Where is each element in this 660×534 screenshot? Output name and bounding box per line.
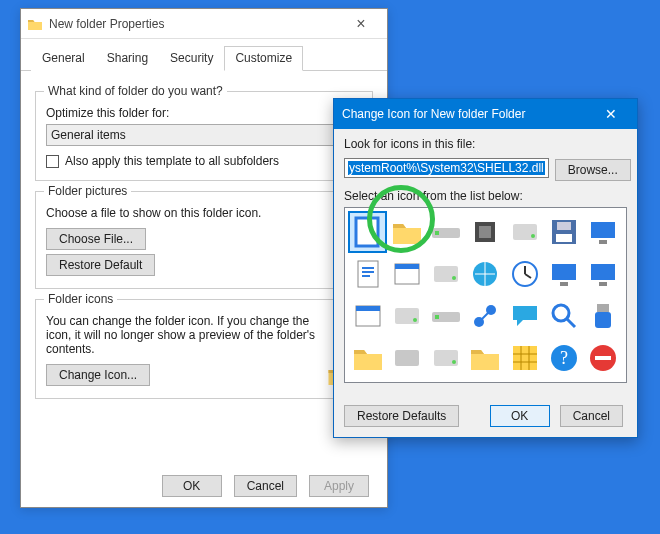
close-button[interactable]: ✕ bbox=[593, 106, 629, 122]
icon-path-input[interactable]: ystemRoot%\System32\SHELL32.dll bbox=[344, 158, 549, 178]
tab-sharing[interactable]: Sharing bbox=[96, 46, 159, 71]
change-icon-button[interactable]: Change Icon... bbox=[46, 364, 150, 386]
folder-icon[interactable] bbox=[387, 211, 426, 253]
folder-icon bbox=[27, 16, 43, 32]
group-folder-pictures: Folder pictures Choose a file to show on… bbox=[35, 191, 373, 289]
tab-customize[interactable]: Customize bbox=[224, 46, 303, 71]
change-icon-dialog: Change Icon for New folder Folder ✕ Look… bbox=[333, 98, 638, 438]
folder-open-icon[interactable] bbox=[466, 337, 505, 379]
network-globe-icon[interactable] bbox=[466, 295, 505, 337]
folder-small-icon[interactable] bbox=[348, 337, 387, 379]
ok-button[interactable]: OK bbox=[490, 405, 550, 427]
chat-icon[interactable] bbox=[505, 295, 544, 337]
properties-titlebar[interactable]: New folder Properties × bbox=[21, 9, 387, 39]
group-folder-icons: Folder icons You can change the folder i… bbox=[35, 299, 373, 399]
window-title: New folder Properties bbox=[49, 17, 341, 31]
tab-strip: General Sharing Security Customize bbox=[21, 39, 387, 71]
icons-text: You can change the folder icon. If you c… bbox=[46, 314, 362, 356]
dropdown-value: General items bbox=[51, 128, 126, 142]
group-label: Folder icons bbox=[44, 292, 117, 306]
monitor-blue-icon[interactable] bbox=[544, 253, 583, 295]
choose-file-button[interactable]: Choose File... bbox=[46, 228, 146, 250]
icon-path-value: ystemRoot%\System32\SHELL32.dll bbox=[348, 161, 545, 175]
grid-icon[interactable] bbox=[505, 337, 544, 379]
drive-silver-icon[interactable] bbox=[427, 295, 466, 337]
window-blank-icon[interactable] bbox=[348, 295, 387, 337]
select-label: Select an icon from the list below: bbox=[344, 189, 627, 203]
optimize-label: Optimize this folder for: bbox=[46, 106, 362, 120]
dialog-titlebar[interactable]: Change Icon for New folder Folder ✕ bbox=[334, 99, 637, 129]
group-folder-kind: What kind of folder do you want? Optimiz… bbox=[35, 91, 373, 181]
optimize-dropdown[interactable]: General items ▾ bbox=[46, 124, 362, 146]
search-icon[interactable] bbox=[544, 295, 583, 337]
network-pc-icon[interactable] bbox=[584, 211, 623, 253]
drive-gold-icon[interactable] bbox=[505, 211, 544, 253]
dialog-title: Change Icon for New folder Folder bbox=[342, 107, 593, 121]
scanner-icon[interactable] bbox=[387, 337, 426, 379]
floppy-icon[interactable] bbox=[544, 211, 583, 253]
tab-general[interactable]: General bbox=[31, 46, 96, 71]
chip-icon[interactable] bbox=[466, 211, 505, 253]
subfolders-checkbox[interactable] bbox=[46, 155, 59, 168]
browse-button[interactable]: Browse... bbox=[555, 159, 631, 181]
cancel-button[interactable]: Cancel bbox=[560, 405, 623, 427]
blank-doc-icon[interactable] bbox=[348, 211, 387, 253]
clock-icon[interactable] bbox=[505, 253, 544, 295]
drive-net-icon[interactable] bbox=[427, 337, 466, 379]
icon-list[interactable] bbox=[344, 207, 627, 383]
cancel-button[interactable]: Cancel bbox=[234, 475, 297, 497]
text-doc-icon[interactable] bbox=[348, 253, 387, 295]
globe-icon[interactable] bbox=[466, 253, 505, 295]
apply-button[interactable]: Apply bbox=[309, 475, 369, 497]
display-icon[interactable] bbox=[584, 253, 623, 295]
group-label: What kind of folder do you want? bbox=[44, 84, 227, 98]
usb-icon[interactable] bbox=[584, 295, 623, 337]
close-button[interactable]: × bbox=[341, 15, 381, 33]
dialog-buttons: OK Cancel Apply bbox=[162, 471, 373, 497]
stop-icon[interactable] bbox=[584, 337, 623, 379]
pictures-text: Choose a file to show on this folder ico… bbox=[46, 206, 362, 220]
help-icon[interactable] bbox=[544, 337, 583, 379]
restore-defaults-button[interactable]: Restore Defaults bbox=[344, 405, 459, 427]
subfolders-checkbox-label: Also apply this template to all subfolde… bbox=[65, 154, 279, 168]
restore-default-button[interactable]: Restore Default bbox=[46, 254, 155, 276]
net-drive-icon[interactable] bbox=[427, 253, 466, 295]
ok-button[interactable]: OK bbox=[162, 475, 222, 497]
hdd-icon[interactable] bbox=[387, 295, 426, 337]
group-label: Folder pictures bbox=[44, 184, 131, 198]
look-label: Look for icons in this file: bbox=[344, 137, 627, 151]
drive-icon[interactable] bbox=[427, 211, 466, 253]
tab-security[interactable]: Security bbox=[159, 46, 224, 71]
window-icon[interactable] bbox=[387, 253, 426, 295]
